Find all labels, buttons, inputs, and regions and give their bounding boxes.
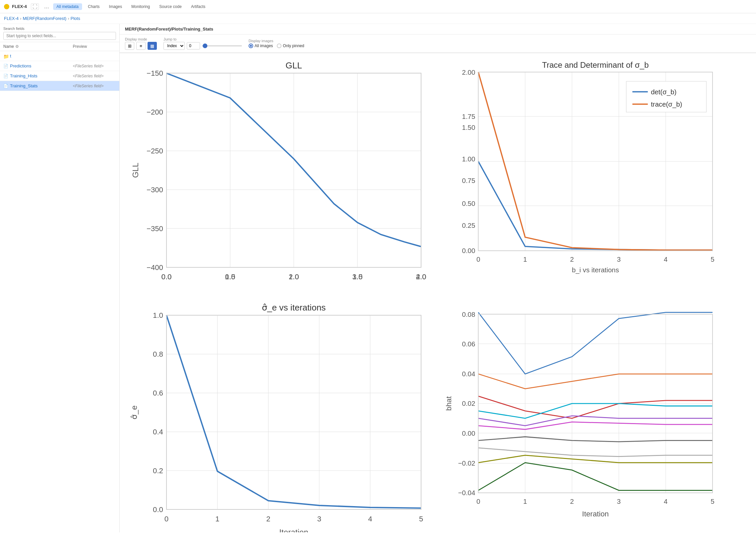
svg-text:2.00: 2.00 bbox=[462, 69, 475, 76]
jump-input[interactable] bbox=[187, 42, 200, 49]
tab-charts[interactable]: Charts bbox=[85, 3, 103, 10]
sidebar-row-training-stats[interactable]: 📄 Training_Stats <FileSeries field> bbox=[0, 81, 119, 91]
svg-text:3: 3 bbox=[617, 256, 620, 263]
bhat-chart: 0.08 0.06 0.04 0.02 0.00 −0.02 −0.04 0 1… bbox=[438, 299, 753, 532]
search-label: Search fields bbox=[3, 27, 116, 31]
svg-text:5: 5 bbox=[710, 256, 714, 263]
tab-images[interactable]: Images bbox=[106, 3, 125, 10]
tab-artifacts[interactable]: Artifacts bbox=[188, 3, 209, 10]
svg-text:−400: −400 bbox=[147, 263, 163, 272]
display-mode-label: Display mode bbox=[125, 37, 157, 41]
svg-text:4.0: 4.0 bbox=[416, 273, 426, 281]
jump-select[interactable]: Index bbox=[163, 42, 185, 50]
expand-button[interactable]: ⛶ bbox=[31, 3, 39, 10]
display-grid-button[interactable]: ⊞ bbox=[125, 42, 134, 50]
display-mode-buttons: ⊞ ≡ ▦ bbox=[125, 42, 157, 50]
svg-text:1.0: 1.0 bbox=[225, 273, 235, 281]
radio-all-images[interactable]: All images bbox=[249, 44, 273, 48]
content-path: MERF(RandomForest)/Plots/Training_Stats bbox=[125, 27, 751, 32]
radio-all-circle bbox=[249, 44, 253, 48]
svg-text:−0.04: −0.04 bbox=[458, 489, 475, 496]
display-list-button[interactable]: ≡ bbox=[136, 42, 146, 50]
svg-rect-66 bbox=[166, 315, 421, 509]
file-icon-training-stats: 📄 bbox=[3, 84, 8, 88]
svg-text:0: 0 bbox=[164, 515, 168, 523]
svg-text:0.0: 0.0 bbox=[162, 273, 172, 281]
main-layout: Search fields Name ⚙ Preview 📁 t 📄 Predi… bbox=[0, 24, 756, 532]
folder-t-name: t bbox=[10, 53, 116, 58]
radio-only-pinned[interactable]: Only pinned bbox=[277, 44, 304, 48]
svg-text:1.75: 1.75 bbox=[462, 113, 475, 120]
sidebar: Search fields Name ⚙ Preview 📁 t 📄 Predi… bbox=[0, 24, 120, 532]
display-images-label: Display images bbox=[249, 39, 304, 43]
display-mode-group: Display mode ⊞ ≡ ▦ bbox=[125, 37, 157, 50]
svg-text:0.00: 0.00 bbox=[462, 247, 475, 254]
svg-text:0.25: 0.25 bbox=[462, 222, 475, 229]
search-input[interactable] bbox=[3, 32, 116, 40]
svg-text:Iteration: Iteration bbox=[582, 509, 608, 518]
sidebar-row-predictions[interactable]: 📄 Predictions <FileSeries field> bbox=[0, 61, 119, 71]
breadcrumb-merf[interactable]: MERF(RandomForest) bbox=[23, 16, 66, 21]
breadcrumb-flex4[interactable]: FLEX-4 bbox=[4, 16, 19, 21]
svg-text:0.08: 0.08 bbox=[462, 311, 475, 318]
svg-text:0.75: 0.75 bbox=[462, 177, 475, 184]
slider-thumb[interactable] bbox=[203, 44, 207, 48]
radio-all-dot bbox=[250, 45, 252, 47]
svg-text:1: 1 bbox=[523, 498, 527, 505]
svg-text:(5 clusters shown): (5 clusters shown) bbox=[570, 275, 620, 275]
tab-all-metadata[interactable]: All metadata bbox=[53, 3, 82, 10]
svg-text:−0.02: −0.02 bbox=[458, 460, 475, 467]
svg-text:2: 2 bbox=[570, 498, 574, 505]
svg-text:0.00: 0.00 bbox=[462, 429, 475, 437]
svg-text:−300: −300 bbox=[147, 186, 163, 194]
gll-chart: −150 −200 −250 −300 −350 −400 0.0 0.5 1.… bbox=[123, 56, 438, 299]
svg-text:0.6: 0.6 bbox=[153, 389, 163, 397]
svg-text:4: 4 bbox=[368, 515, 372, 523]
breadcrumb: FLEX-4 › MERF(RandomForest) › Plots bbox=[0, 13, 756, 24]
display-controls: Display mode ⊞ ≡ ▦ Jump to Index bbox=[120, 35, 756, 53]
file-icon-training-hists: 📄 bbox=[3, 74, 8, 78]
svg-text:0.0: 0.0 bbox=[153, 505, 163, 514]
slider-track bbox=[202, 45, 242, 46]
sidebar-row-training-hists[interactable]: 📄 Training_Hists <FileSeries field> bbox=[0, 71, 119, 81]
svg-text:0.06: 0.06 bbox=[462, 340, 475, 347]
search-section: Search fields bbox=[0, 24, 119, 42]
svg-text:0.4: 0.4 bbox=[153, 428, 163, 436]
tab-source-code[interactable]: Source code bbox=[156, 3, 185, 10]
svg-text:1: 1 bbox=[523, 256, 527, 263]
gear-icon[interactable]: ⚙ bbox=[15, 44, 19, 49]
svg-text:0: 0 bbox=[476, 256, 480, 263]
content-header: MERF(RandomForest)/Plots/Training_Stats bbox=[120, 24, 756, 35]
svg-text:−200: −200 bbox=[147, 108, 163, 116]
svg-text:trace(σ_b): trace(σ_b) bbox=[651, 101, 682, 108]
folder-icon: 📁 bbox=[3, 54, 8, 58]
breadcrumb-plots: Plots bbox=[70, 16, 80, 21]
svg-text:0: 0 bbox=[476, 498, 480, 505]
gll-svg: −150 −200 −250 −300 −350 −400 0.0 0.5 1.… bbox=[126, 60, 435, 294]
jump-row: Index bbox=[163, 42, 242, 50]
sidebar-row-folder-t[interactable]: 📁 t bbox=[0, 51, 119, 61]
content-area: MERF(RandomForest)/Plots/Training_Stats … bbox=[120, 24, 756, 532]
jump-to-group: Jump to Index bbox=[163, 37, 242, 50]
svg-text:−150: −150 bbox=[147, 69, 163, 77]
svg-text:0.04: 0.04 bbox=[462, 370, 475, 378]
radio-group: All images Only pinned bbox=[249, 44, 304, 48]
display-detail-button[interactable]: ▦ bbox=[148, 42, 157, 50]
svg-text:GLL: GLL bbox=[131, 163, 140, 178]
svg-text:1.00: 1.00 bbox=[462, 155, 475, 163]
tab-monitoring[interactable]: Monitoring bbox=[128, 3, 153, 10]
charts-grid: −150 −200 −250 −300 −350 −400 0.0 0.5 1.… bbox=[120, 53, 756, 532]
svg-text:2: 2 bbox=[570, 256, 574, 263]
svg-text:Trace and Determinant of σ_b: Trace and Determinant of σ_b bbox=[542, 60, 649, 69]
svg-text:5: 5 bbox=[710, 498, 714, 505]
sigma-e-svg: 1.0 0.8 0.6 0.4 0.2 0.0 0 1 2 3 4 5 bbox=[126, 302, 435, 532]
training-hists-preview: <FileSeries field> bbox=[73, 74, 116, 78]
svg-text:0.8: 0.8 bbox=[153, 350, 163, 358]
bhat-svg: 0.08 0.06 0.04 0.02 0.00 −0.02 −0.04 0 1… bbox=[441, 302, 750, 524]
svg-text:det(σ_b): det(σ_b) bbox=[651, 88, 676, 96]
table-header: Name ⚙ Preview bbox=[0, 42, 119, 51]
jump-label: Jump to bbox=[163, 37, 242, 41]
training-stats-name: Training_Stats bbox=[10, 83, 73, 88]
more-options-button[interactable]: ... bbox=[44, 3, 49, 10]
svg-text:0.50: 0.50 bbox=[462, 200, 475, 207]
